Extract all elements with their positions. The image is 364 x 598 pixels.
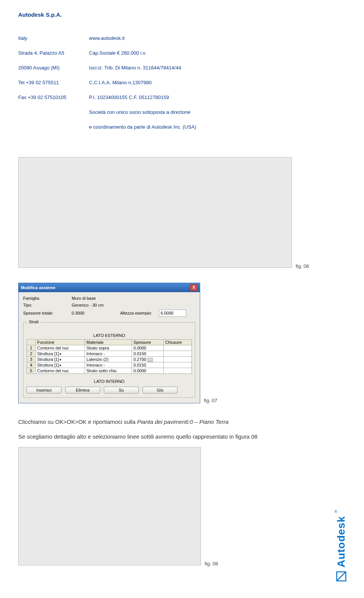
famiglia-value: Muro di base (72, 296, 96, 301)
cell-funzione[interactable]: Contorno del nuc (36, 368, 85, 373)
legal-line: www.autodesk.it (89, 35, 196, 42)
window-title-text: Modifica assieme (21, 285, 55, 290)
cell-funzione[interactable]: Struttura [1] (36, 351, 85, 356)
ellipsis-icon[interactable]: … (147, 358, 153, 362)
spessore-value: 0.3000 (72, 311, 98, 315)
legal-line: Cap.Sociale € 260.000 i.v. (89, 49, 196, 57)
header-legal-col: www.autodesk.it Cap.Sociale € 260.000 i.… (89, 27, 196, 138)
body-paragraph-1: Clicchiamo su OK>OK>OK e riportiamoci su… (18, 417, 346, 427)
window-titlebar[interactable]: Modifica assieme X (19, 283, 200, 292)
figure-06-label: fig. 06 (296, 263, 309, 269)
autodesk-mark-icon (335, 570, 348, 583)
registered-icon: ® (334, 510, 337, 514)
su-button[interactable]: Su (104, 387, 139, 393)
lato-esterno-label: LATO ESTERNO (27, 333, 192, 338)
cell-chiusure[interactable] (163, 351, 191, 356)
cell-text: Strato sotto chiu (86, 368, 117, 373)
cell-chiusure[interactable] (163, 356, 191, 362)
legal-line: P.I. 10234000155 C.F. 05112780159 (89, 94, 196, 101)
addr-line: Tel +39 02 575511 (18, 79, 66, 87)
legal-line: Iscr.iz. Trib. Di Milano n. 311644/78414… (89, 64, 196, 72)
tipo-label: Tipo: (23, 303, 65, 307)
cell-text: Intonaco - (86, 351, 105, 356)
table-header-row: Funzione Materiale Spessore Chiusure (27, 339, 192, 345)
spessore-label: Spessore totale: (23, 311, 65, 315)
header-address-col: Italy Strada 4, Palazzo A5 20090 Assago … (18, 27, 66, 138)
legal-line: Società con unico socio sottoposta a dir… (89, 109, 196, 116)
table-row[interactable]: 1 Contorno del nuc Strato sopra 0.0000 (27, 345, 192, 351)
cell-text: Contorno del nuc (37, 346, 69, 350)
modifica-assieme-window: Modifica assieme X Famiglia: Muro di bas… (18, 283, 200, 403)
table-row[interactable]: 5 Contorno del nuc Strato sotto chiu 0.0… (27, 368, 192, 373)
cell-text: Intonaco - (86, 363, 105, 367)
cell-text: Contorno del nuc (37, 368, 69, 373)
cell-text: Struttura [1] (37, 357, 61, 362)
legal-line: C.C.I.A.A. Milano n.1307980 (89, 79, 196, 87)
altezza-input[interactable] (159, 310, 186, 317)
table-row[interactable]: 2 Struttura [1] Intonaco - 0.0150 (27, 351, 192, 356)
giu-button[interactable]: Giù (143, 387, 177, 393)
header-chiusure: Chiusure (163, 339, 191, 345)
elimina-button[interactable]: Elimina (65, 387, 100, 393)
cell-chiusure[interactable] (163, 368, 191, 373)
famiglia-label: Famiglia: (23, 296, 65, 301)
cell-num: 5 (27, 368, 36, 373)
body-text-span: Clicchiamo su OK>OK>OK e riportiamoci su… (18, 419, 137, 425)
cell-text: Laterizio (2) (86, 357, 108, 362)
cell-chiusure[interactable] (163, 345, 191, 351)
figure-08-label: fig. 08 (205, 561, 218, 567)
cell-funzione[interactable]: Struttura [1] (36, 356, 85, 362)
cell-materiale[interactable]: Laterizio (2) (85, 356, 132, 362)
cell-text: 0.2700 (133, 357, 146, 362)
inserisci-button[interactable]: Inserisci (27, 387, 61, 393)
cell-materiale[interactable]: Strato sopra (85, 345, 132, 351)
addr-line: Italy (18, 35, 66, 42)
cell-spessore[interactable]: 0.0000 (132, 345, 164, 351)
cell-spessore[interactable]: 0.0000 (132, 368, 164, 373)
company-name: Autodesk S.p.A. (18, 11, 346, 18)
cell-num: 2 (27, 351, 36, 356)
cell-num: 1 (27, 345, 36, 351)
addr-line: Strada 4, Palazzo A5 (18, 49, 66, 57)
cell-materiale[interactable]: Strato sotto chiu (85, 368, 132, 373)
figure-08-image (18, 447, 201, 565)
legal-line: e coordinamento da parte di Autodesk Inc… (89, 123, 196, 131)
autodesk-logo: ® Autodesk (334, 484, 349, 583)
lato-interno-label: LATO INTERNO (27, 379, 192, 384)
strati-legend: Strati (27, 319, 40, 324)
strati-groupbox: Strati LATO ESTERNO Funzione Materiale S… (23, 322, 195, 398)
body-paragraph-2: Se scegliamo dettaglio alto e selezionia… (18, 432, 346, 442)
cell-funzione[interactable]: Struttura [1] (36, 362, 85, 368)
window-body: Famiglia: Muro di base Tipo: Generico - … (19, 292, 200, 403)
cell-spessore[interactable]: 0.0150 (132, 362, 164, 368)
figure-07-label: fig. 07 (204, 398, 217, 403)
body-text-italic: Pianta dei pavimenti:0 – Piano Terra (137, 419, 228, 425)
header-materiale: Materiale (85, 339, 132, 345)
table-row[interactable]: 3 Struttura [1] Laterizio (2) 0.2700 … (27, 356, 192, 362)
cell-text: Strato sopra (86, 346, 109, 350)
cell-text: Struttura [1] (37, 363, 61, 367)
figure-06-image (18, 157, 292, 268)
cell-num: 4 (27, 362, 36, 368)
layers-table[interactable]: Funzione Materiale Spessore Chiusure 1 C… (27, 339, 192, 374)
header-funzione: Funzione (36, 339, 85, 345)
addr-line: Fax +39 02 57510105 (18, 94, 66, 101)
figure-06: fig. 06 (18, 157, 346, 269)
close-icon[interactable]: X (190, 284, 198, 291)
cell-materiale[interactable]: Intonaco - (85, 351, 132, 356)
header-num (27, 339, 36, 345)
tipo-value: Generico - 30 cm (72, 303, 104, 307)
logo-text: Autodesk (335, 516, 347, 568)
page-header: Italy Strada 4, Palazzo A5 20090 Assago … (18, 27, 346, 138)
altezza-label: Altezza esempio: (120, 311, 152, 315)
svg-line-1 (337, 572, 346, 581)
cell-spessore[interactable]: 0.0150 (132, 351, 164, 356)
cell-num: 3 (27, 356, 36, 362)
cell-materiale[interactable]: Intonaco - (85, 362, 132, 368)
addr-line: 20090 Assago (MI) (18, 64, 66, 72)
cell-spessore[interactable]: 0.2700 … (132, 356, 164, 362)
cell-text: Struttura [1] (37, 351, 61, 356)
cell-chiusure[interactable] (163, 362, 191, 368)
cell-funzione[interactable]: Contorno del nuc (36, 345, 85, 351)
table-row[interactable]: 4 Struttura [1] Intonaco - 0.0150 (27, 362, 192, 368)
